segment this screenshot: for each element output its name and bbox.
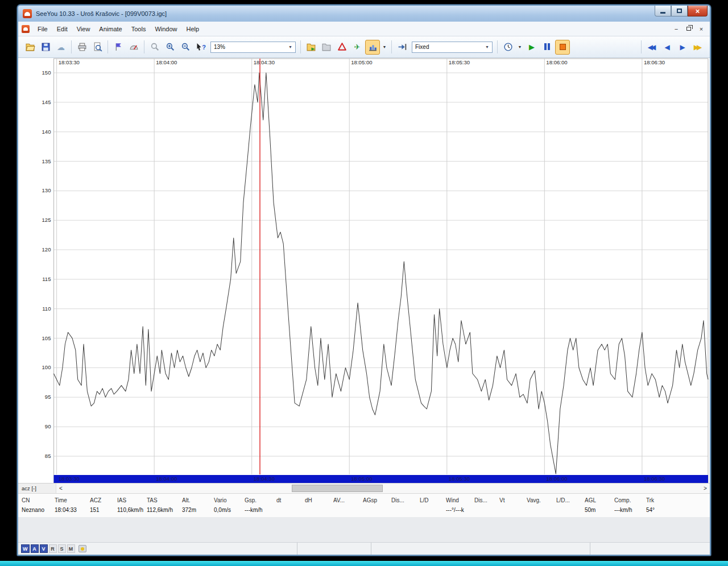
column-header-16: Dis... <box>474 497 499 503</box>
folder-gray-icon <box>322 42 332 52</box>
zoom-out-button[interactable] <box>178 40 193 55</box>
cell-7: 0,0m/s <box>214 507 245 513</box>
step-back-button[interactable]: ◀ <box>660 40 675 55</box>
svg-text:18:04:00: 18:04:00 <box>156 476 177 482</box>
print-preview-button[interactable] <box>90 40 105 55</box>
cell-6: 372m <box>182 507 214 513</box>
svg-text:150: 150 <box>42 69 51 76</box>
open-button[interactable] <box>23 40 38 55</box>
clock-icon <box>503 42 513 52</box>
goto-fix-button[interactable] <box>395 40 410 55</box>
menu-window[interactable]: Window <box>150 23 181 35</box>
step-forward-button[interactable]: ▶ <box>675 40 690 55</box>
svg-text:18:06:30: 18:06:30 <box>644 476 665 482</box>
print-button[interactable] <box>75 40 89 55</box>
scroll-left-button[interactable]: < <box>56 484 65 493</box>
cell-20: 50m <box>585 507 614 513</box>
scrollbar-thumb[interactable] <box>292 485 383 492</box>
pause-button[interactable] <box>540 40 555 55</box>
svg-text:18:04:30: 18:04:30 <box>254 476 275 482</box>
maximize-button[interactable] <box>671 6 688 16</box>
skip-forward-icon: ▶▶ <box>694 44 702 51</box>
svg-text:18:05:30: 18:05:30 <box>449 476 470 482</box>
menu-file[interactable]: File <box>33 23 52 35</box>
cell-1: Neznano <box>22 507 55 513</box>
tab-v[interactable]: V <box>40 544 48 553</box>
skip-back-button[interactable]: ◀◀ <box>644 40 659 55</box>
svg-text:18:03:30: 18:03:30 <box>59 476 80 482</box>
svg-text:110: 110 <box>42 305 51 312</box>
folder-flight-icon <box>307 42 316 52</box>
svg-text:18:04:30: 18:04:30 <box>254 59 275 65</box>
zoom-in-button[interactable] <box>163 40 177 55</box>
status-pane <box>86 543 297 555</box>
column-header-11: AV... <box>333 497 363 503</box>
column-header-18: Vavg. <box>527 497 556 503</box>
menu-animate[interactable]: Animate <box>94 23 126 35</box>
context-help-button[interactable]: ? <box>193 40 208 55</box>
column-header-17: Vt <box>499 497 527 503</box>
chevron-down-icon: ▼ <box>383 45 387 49</box>
graph-type-button[interactable] <box>365 40 380 55</box>
step-back-icon: ◀ <box>664 44 669 51</box>
zoom-combobox[interactable]: 13% ▼ <box>210 42 296 53</box>
column-header-4: IAS <box>117 497 147 503</box>
minimize-button[interactable] <box>655 6 671 16</box>
tab-s[interactable]: S <box>58 544 66 553</box>
tab-r[interactable]: R <box>49 544 57 553</box>
zoom-out-icon <box>181 42 191 52</box>
menu-view[interactable]: View <box>72 23 95 35</box>
column-header-12: AGsp <box>363 497 391 503</box>
mdi-close-button[interactable]: × <box>696 24 706 33</box>
mdi-restore-button[interactable] <box>684 24 694 33</box>
mdi-minimize-button[interactable]: − <box>671 24 681 33</box>
graph-scrollbar[interactable]: < > <box>56 484 710 493</box>
time-caret-button[interactable]: ▼ <box>516 40 524 55</box>
cloud-icon: ☁ <box>57 43 65 51</box>
airspace-button[interactable] <box>334 40 349 55</box>
tab-w[interactable]: W <box>21 544 30 553</box>
close-button[interactable]: × <box>688 6 708 16</box>
svg-text:100: 100 <box>42 365 51 371</box>
import-button[interactable] <box>319 40 334 55</box>
play-button[interactable]: ▶ <box>524 40 539 55</box>
taskbar-edge <box>0 561 728 566</box>
svg-text:18:03:30: 18:03:30 <box>59 59 80 65</box>
seeyou-app-icon <box>23 9 32 18</box>
zoom-reset-button[interactable] <box>147 40 162 55</box>
airspace-warning-icon <box>337 42 347 52</box>
svg-text:18:06:00: 18:06:00 <box>546 476 567 482</box>
graph-options-icon[interactable] <box>78 545 86 552</box>
table-header-row: CNTimeACZIASTASAlt.VarioGsp.dtdHAV...AGs… <box>18 495 710 505</box>
stop-button[interactable] <box>555 40 570 55</box>
flight-route-button[interactable]: ✈ <box>350 40 365 55</box>
cloud-button[interactable]: ☁ <box>53 40 68 55</box>
svg-text:105: 105 <box>42 335 51 341</box>
graph-axis-label: acz [-] <box>18 484 56 493</box>
save-button[interactable] <box>38 40 53 55</box>
graph-footer: acz [-] < > <box>18 483 710 493</box>
svg-text:90: 90 <box>45 423 51 429</box>
menu-tools[interactable]: Tools <box>127 23 151 35</box>
toolbar: ☁ ? <box>18 36 710 58</box>
animation-mode-combobox[interactable]: Fixed ▼ <box>412 42 493 53</box>
skip-forward-button[interactable]: ▶▶ <box>690 40 705 55</box>
menu-edit[interactable]: Edit <box>52 23 72 35</box>
animation-time-button[interactable] <box>500 40 515 55</box>
measure-button[interactable] <box>126 40 141 55</box>
graph-type-caret-button[interactable]: ▼ <box>380 40 388 55</box>
tab-m[interactable]: M <box>67 544 75 553</box>
open-flight-button[interactable] <box>304 40 318 55</box>
titlebar[interactable]: SeeYou 10.33 - Uroš Krašovic - [099V0073… <box>18 6 710 22</box>
cell-2: 18:04:33 <box>55 507 90 513</box>
column-header-1: CN <box>22 497 55 503</box>
airplane-icon: ✈ <box>354 43 361 51</box>
column-header-2: Time <box>55 497 90 503</box>
scroll-right-button[interactable]: > <box>701 484 710 493</box>
tab-a[interactable]: A <box>31 544 39 553</box>
waypoints-button[interactable] <box>111 40 126 55</box>
flight-graph[interactable]: 8590951001051101151201251301351401451501… <box>18 58 710 483</box>
menu-help[interactable]: Help <box>182 23 204 35</box>
column-header-5: TAS <box>147 497 182 503</box>
protractor-icon <box>129 42 139 52</box>
